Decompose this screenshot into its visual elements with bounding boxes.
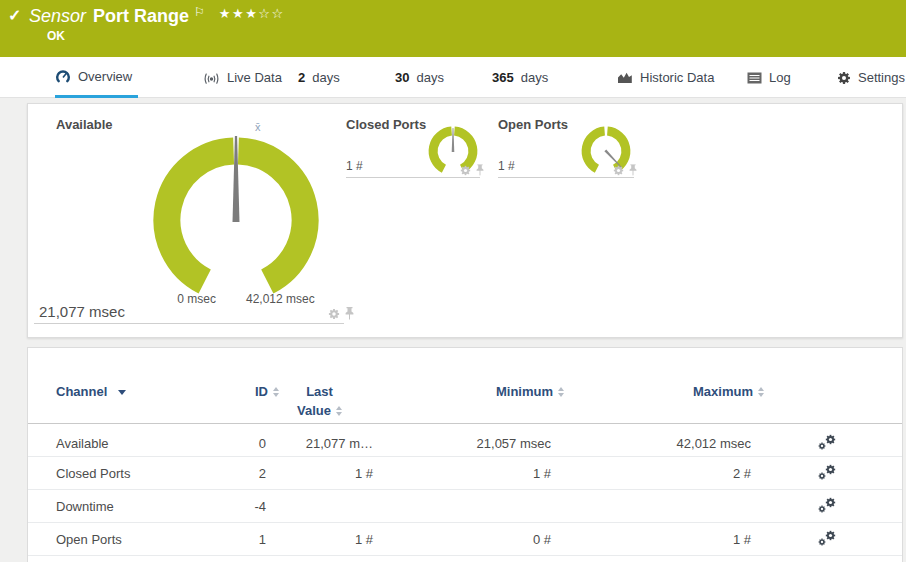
status-badge: OK bbox=[47, 29, 65, 43]
page-title: Port Range bbox=[93, 4, 189, 28]
channel-maximum: 2 # bbox=[551, 466, 751, 481]
channel-maximum: 42,012 msec bbox=[551, 436, 751, 451]
tab-live-data-label: Live Data bbox=[227, 70, 282, 85]
gauge-needle bbox=[452, 128, 455, 152]
gauges-panel: Available x̄ 0 msec 42,012 msec 21,077 m… bbox=[27, 103, 903, 338]
column-header-minimum-label: Minimum bbox=[496, 385, 553, 399]
tab-365-days-number: 365 bbox=[492, 70, 514, 85]
column-header-channel[interactable]: Channel bbox=[56, 385, 216, 399]
channel-settings-gears-icon[interactable] bbox=[818, 497, 836, 513]
channel-name: Open Ports bbox=[56, 532, 216, 547]
column-header-maximum[interactable]: Maximum bbox=[551, 385, 751, 399]
pin-icon[interactable] bbox=[629, 164, 637, 176]
settings-gear-icon bbox=[837, 71, 851, 85]
live-data-icon bbox=[203, 71, 220, 85]
sort-arrows-icon bbox=[336, 406, 342, 418]
tab-historic-data[interactable]: Historic Data bbox=[617, 57, 714, 98]
sensor-page: ✓ Sensor Port Range ⚐ ★★★☆☆ OK Overview bbox=[0, 0, 906, 562]
tab-settings[interactable]: Settings bbox=[837, 57, 905, 98]
gauge-closed-ports-label: Closed Ports bbox=[346, 117, 426, 132]
channel-maximum: 1 # bbox=[551, 532, 751, 547]
column-header-value-label: Value bbox=[297, 404, 331, 418]
channel-minimum: 0 # bbox=[373, 532, 551, 547]
gauge-needle bbox=[233, 136, 240, 222]
tab-2-days[interactable]: 2days bbox=[298, 57, 340, 98]
priority-flag-icon[interactable]: ⚐ bbox=[194, 6, 205, 18]
gauge-min-label: 0 msec bbox=[161, 292, 216, 306]
gauge-closed-tools bbox=[460, 164, 484, 176]
channels-panel: Channel ID Last Value Minimum Maximum bbox=[27, 347, 903, 562]
divider bbox=[498, 177, 634, 178]
channel-last-value: 1 # bbox=[266, 466, 373, 481]
mean-marker: x̄ bbox=[255, 121, 261, 133]
gauge-available-tools bbox=[328, 307, 354, 320]
tab-live-data[interactable]: Live Data bbox=[203, 57, 282, 98]
gauge-max-label: 42,012 msec bbox=[246, 292, 315, 306]
tab-30-days-label: days bbox=[416, 70, 443, 85]
table-row: Available 0 21,077 m… 21,057 msec 42,012… bbox=[28, 424, 902, 457]
channel-name: Downtime bbox=[56, 499, 216, 514]
divider bbox=[346, 177, 480, 178]
sensor-type-label: Sensor bbox=[29, 4, 86, 28]
sensor-header: ✓ Sensor Port Range ⚐ ★★★☆☆ OK bbox=[0, 0, 906, 57]
channel-settings-gears-icon[interactable] bbox=[818, 434, 836, 450]
channel-id: -4 bbox=[216, 499, 266, 514]
tab-overview-label: Overview bbox=[78, 69, 132, 84]
tab-365-days[interactable]: 365days bbox=[492, 57, 548, 98]
table-row: Open Ports 1 1 # 0 # 1 # bbox=[28, 523, 902, 556]
gauge-open-ports-label: Open Ports bbox=[498, 117, 568, 132]
tab-2-days-label: days bbox=[312, 70, 339, 85]
tab-30-days[interactable]: 30days bbox=[395, 57, 444, 98]
gauge-available-label: Available bbox=[56, 117, 113, 132]
channel-settings-gears-icon[interactable] bbox=[818, 530, 836, 546]
gear-icon[interactable] bbox=[328, 308, 340, 320]
sort-caret-icon bbox=[118, 390, 126, 395]
column-header-last-value[interactable]: Last Value bbox=[266, 385, 373, 418]
tab-2-days-number: 2 bbox=[298, 70, 305, 85]
channel-minimum: 21,057 msec bbox=[373, 436, 551, 451]
column-header-last-label: Last bbox=[306, 385, 333, 399]
historic-data-icon bbox=[617, 71, 633, 84]
channel-id: 1 bbox=[216, 532, 266, 547]
tab-historic-data-label: Historic Data bbox=[640, 70, 714, 85]
channel-last-value: 1 # bbox=[266, 532, 373, 547]
channel-id: 2 bbox=[216, 466, 266, 481]
tab-30-days-number: 30 bbox=[395, 70, 409, 85]
status-check-icon: ✓ bbox=[8, 6, 21, 25]
open-ports-value: 1 # bbox=[498, 159, 515, 173]
divider bbox=[34, 323, 344, 324]
pin-icon[interactable] bbox=[476, 164, 484, 176]
channel-settings-gears-icon[interactable] bbox=[818, 464, 836, 480]
tab-settings-label: Settings bbox=[858, 70, 905, 85]
available-value: 21,077 msec bbox=[39, 303, 125, 320]
column-header-channel-label: Channel bbox=[56, 385, 107, 399]
tab-overview[interactable]: Overview bbox=[55, 57, 138, 98]
sort-arrows-icon bbox=[758, 387, 764, 399]
priority-stars[interactable]: ★★★☆☆ bbox=[219, 6, 285, 21]
gear-icon[interactable] bbox=[613, 165, 624, 176]
tab-log[interactable]: Log bbox=[747, 57, 791, 98]
gauge-icon bbox=[55, 69, 71, 84]
column-header-maximum-label: Maximum bbox=[693, 385, 753, 399]
channel-name: Closed Ports bbox=[56, 466, 216, 481]
available-gauge bbox=[136, 120, 336, 320]
title-line: Sensor Port Range ⚐ ★★★☆☆ bbox=[29, 4, 285, 28]
channels-table: Channel ID Last Value Minimum Maximum bbox=[28, 376, 902, 556]
closed-ports-value: 1 # bbox=[346, 159, 363, 173]
table-row: Downtime -4 bbox=[28, 490, 902, 523]
tab-365-days-label: days bbox=[521, 70, 548, 85]
channel-minimum: 1 # bbox=[373, 466, 551, 481]
column-header-id[interactable]: ID bbox=[216, 385, 266, 399]
pin-icon[interactable] bbox=[345, 307, 354, 320]
channel-name: Available bbox=[56, 436, 216, 451]
log-icon bbox=[747, 72, 762, 84]
column-header-minimum[interactable]: Minimum bbox=[373, 385, 551, 399]
gauge-open-tools bbox=[613, 164, 637, 176]
tab-bar: Overview Live Data 2days 30days 365days … bbox=[0, 57, 906, 98]
table-row: Closed Ports 2 1 # 1 # 2 # bbox=[28, 457, 902, 490]
table-header-row: Channel ID Last Value Minimum Maximum bbox=[28, 376, 902, 424]
channel-last-value: 21,077 m… bbox=[266, 436, 373, 451]
gear-icon[interactable] bbox=[460, 165, 471, 176]
tab-log-label: Log bbox=[769, 70, 791, 85]
channel-id: 0 bbox=[216, 436, 266, 451]
